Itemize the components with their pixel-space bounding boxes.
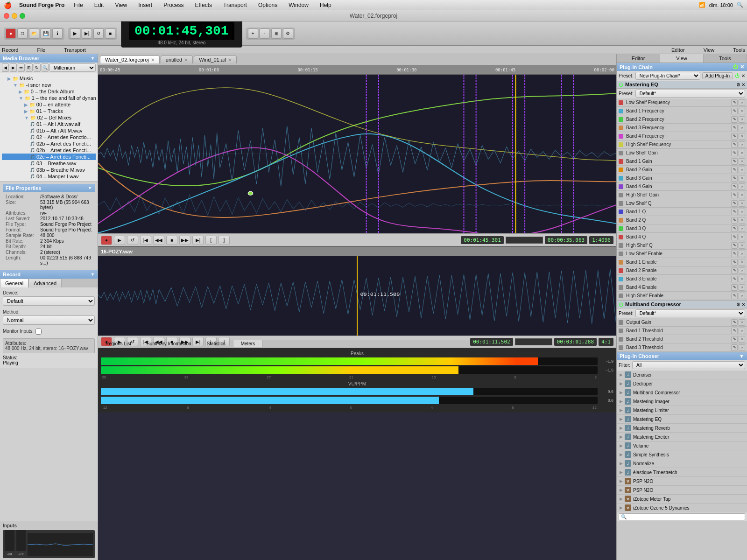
play-btn[interactable]: ▶ bbox=[114, 236, 125, 245]
tab-wind01[interactable]: Wind_01.aif ✕ bbox=[194, 56, 237, 63]
media-search-button[interactable]: 🔍 bbox=[42, 63, 49, 72]
eq-edit-btn[interactable]: ✎ bbox=[731, 259, 738, 266]
eq-toggle-btn[interactable]: ○ bbox=[739, 158, 745, 165]
eq-edit-btn[interactable]: ✎ bbox=[731, 192, 738, 198]
eq-edit-btn[interactable]: ✎ bbox=[731, 200, 738, 207]
eq-toggle-btn[interactable]: ○ bbox=[739, 336, 745, 343]
settings-icon[interactable]: ⚙ bbox=[736, 82, 740, 87]
method-select[interactable]: Normal bbox=[3, 315, 95, 325]
right-tab-editor[interactable]: Editor bbox=[617, 54, 660, 63]
zoom-out-button[interactable]: - bbox=[260, 28, 270, 39]
right-tab-tools[interactable]: Tools bbox=[704, 54, 747, 63]
eq-toggle-btn[interactable]: ○ bbox=[739, 259, 745, 266]
plugin-power-icon[interactable]: ⏻ bbox=[733, 64, 738, 70]
loop-button[interactable]: ↺ bbox=[93, 28, 104, 39]
eq-toggle-btn[interactable]: ○ bbox=[739, 125, 745, 131]
eq-toggle-btn[interactable]: ○ bbox=[739, 217, 745, 224]
chooser-item[interactable]: ▶ V PSP N2O bbox=[617, 477, 747, 486]
chooser-item[interactable]: ▶ V iZotope Meter Tap bbox=[617, 495, 747, 504]
preset-select[interactable]: New Plug-In Chain* bbox=[635, 72, 700, 80]
filter-select[interactable]: All bbox=[632, 361, 745, 369]
eq-toggle-btn[interactable]: ○ bbox=[739, 328, 745, 334]
eq-toggle-btn[interactable]: ○ bbox=[739, 225, 745, 232]
tree-item-file8[interactable]: 🎵 03b – Breathe M.wav bbox=[2, 167, 96, 173]
tree-item-tracks[interactable]: ▶ 📁 01 – Tracks bbox=[2, 108, 96, 114]
eq-toggle-btn[interactable]: ○ bbox=[739, 267, 745, 274]
eq-edit-btn[interactable]: ✎ bbox=[731, 108, 738, 114]
prev-btn[interactable]: ◀◀ bbox=[153, 236, 164, 245]
tree-item-file7[interactable]: 🎵 03 – Breathe.wav bbox=[2, 160, 96, 167]
eq-toggle-btn[interactable]: ○ bbox=[739, 183, 745, 190]
zoom-in-button[interactable]: + bbox=[248, 28, 258, 39]
device-select[interactable]: Default bbox=[3, 296, 95, 306]
record-button[interactable]: ● bbox=[6, 28, 16, 39]
tree-item-dark[interactable]: ▶ 📁 0 – the Dark Album bbox=[2, 88, 96, 95]
tree-item-snor[interactable]: ▼ 📁 -i snor new bbox=[2, 82, 96, 88]
tree-item-file6[interactable]: 🎵 02c – Arret des Foncti... bbox=[2, 154, 96, 160]
chooser-item[interactable]: ▶ ♩ Mastering Reverb bbox=[617, 424, 747, 433]
chooser-item[interactable]: ▶ ♩ Simple Synthesis bbox=[617, 450, 747, 459]
plugin-chain-header[interactable]: Plug-In Chain ⏻ ✕ bbox=[617, 63, 747, 71]
eq-toggle-btn[interactable]: ○ bbox=[739, 209, 745, 215]
eq-edit-btn[interactable]: ✎ bbox=[731, 150, 738, 156]
tree-item-file2[interactable]: 🎵 01b – Alt i Alt M.wav bbox=[2, 127, 96, 134]
settings-button[interactable]: ⚙ bbox=[283, 28, 293, 39]
eq-edit-btn[interactable]: ✎ bbox=[731, 133, 738, 140]
eq-edit-btn[interactable]: ✎ bbox=[731, 319, 738, 326]
menu-help[interactable]: Help bbox=[318, 2, 333, 8]
chooser-item[interactable]: ▶ ♩ Normalize bbox=[617, 459, 747, 468]
eq-edit-btn[interactable]: ✎ bbox=[731, 276, 738, 282]
tree-item-file9[interactable]: 🎵 04 – Manger I.wav bbox=[2, 173, 96, 180]
record-btn[interactable]: ● bbox=[101, 236, 112, 245]
eq-toggle-btn[interactable]: ○ bbox=[739, 108, 745, 114]
eq-toggle-btn[interactable]: ○ bbox=[739, 116, 745, 123]
tab-close-icon[interactable]: ✕ bbox=[151, 57, 155, 63]
tree-item-file4[interactable]: 🎵 02b – Arret des Foncti... bbox=[2, 140, 96, 147]
mastering-eq-preset-select[interactable]: Default* bbox=[635, 90, 745, 98]
apple-menu[interactable]: 🍎 bbox=[4, 1, 12, 9]
eq-toggle-btn[interactable]: ○ bbox=[739, 242, 745, 249]
eq-edit-btn[interactable]: ✎ bbox=[731, 99, 738, 106]
eq-toggle-btn[interactable]: ○ bbox=[739, 200, 745, 207]
end-btn[interactable]: ▶| bbox=[192, 236, 204, 245]
media-refresh-button[interactable]: ↻ bbox=[34, 63, 41, 72]
tab-meters[interactable]: Meters bbox=[233, 340, 263, 347]
fwd-btn[interactable]: ▶▶ bbox=[179, 236, 190, 245]
chooser-toggle[interactable]: ▼ bbox=[739, 353, 744, 359]
eq-toggle-btn[interactable]: ○ bbox=[739, 293, 745, 299]
close-icon[interactable]: ✕ bbox=[741, 82, 745, 87]
chooser-item[interactable]: ▶ ♩ Mastering Imager bbox=[617, 397, 747, 406]
tree-item-file3[interactable]: 🎵 02 – Arret des Fonctio... bbox=[2, 134, 96, 140]
tab-close-icon[interactable]: ✕ bbox=[228, 57, 232, 63]
settings-icon[interactable]: ⚙ bbox=[736, 302, 740, 307]
record-toggle[interactable]: ▼ bbox=[91, 272, 95, 277]
tree-item-file5[interactable]: 🎵 02b – Arret des Foncti... bbox=[2, 147, 96, 154]
eq-toggle-btn[interactable]: ○ bbox=[739, 175, 745, 182]
eq-toggle-btn[interactable]: ○ bbox=[739, 99, 745, 106]
properties-button[interactable]: ℹ bbox=[52, 28, 63, 39]
monitor-checkbox[interactable] bbox=[35, 329, 42, 335]
tab-summary[interactable]: Summary Information bbox=[139, 340, 199, 347]
rewind-btn[interactable]: |◀ bbox=[140, 236, 151, 245]
tab-water02[interactable]: Water_02.forgeproj ✕ bbox=[100, 56, 160, 63]
tab-untitled[interactable]: untitled ✕ bbox=[161, 56, 193, 63]
eq-edit-btn[interactable]: ✎ bbox=[731, 183, 738, 190]
menu-transport[interactable]: Transport bbox=[221, 2, 249, 8]
eq-toggle-btn[interactable]: ○ bbox=[739, 150, 745, 156]
eq-edit-btn[interactable]: ✎ bbox=[731, 242, 738, 249]
eq-edit-btn[interactable]: ✎ bbox=[731, 284, 738, 291]
minimize-button[interactable] bbox=[12, 13, 17, 19]
media-browser-toggle[interactable]: ▼ bbox=[91, 56, 95, 61]
chooser-item[interactable]: ▶ ♩ Mastering Exciter bbox=[617, 433, 747, 441]
add-plugin-button[interactable]: Add Plug-In bbox=[702, 72, 733, 79]
media-back-button[interactable]: ◀ bbox=[2, 63, 9, 72]
eq-edit-btn[interactable]: ✎ bbox=[731, 251, 738, 257]
eq-toggle-btn[interactable]: ○ bbox=[739, 234, 745, 240]
eq-edit-btn[interactable]: ✎ bbox=[731, 209, 738, 215]
tree-item-defmixes[interactable]: ▼ 📁 02 – Def Mixes bbox=[2, 114, 96, 121]
eq-toggle-btn[interactable]: ○ bbox=[739, 167, 745, 173]
tab-statistics[interactable]: Statistics bbox=[199, 340, 233, 347]
file-properties-toggle[interactable]: ▼ bbox=[88, 186, 92, 190]
menu-file[interactable]: File bbox=[72, 2, 85, 8]
eq-toggle-btn[interactable]: ○ bbox=[739, 141, 745, 148]
